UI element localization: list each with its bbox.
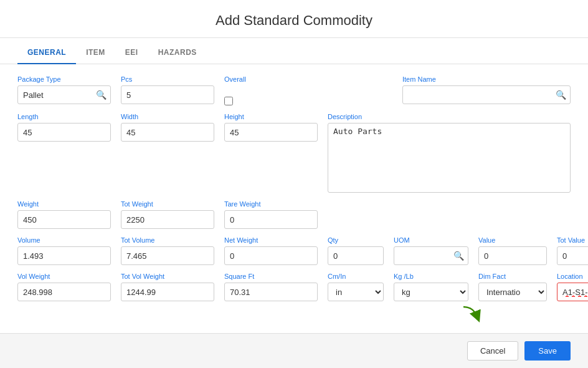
value-field: Value 0: [478, 236, 547, 265]
volume-label: Volume: [17, 236, 111, 244]
tot-vol-weight-field: Tot Vol Weight 1244.99: [121, 273, 214, 301]
square-ft-field: Square Ft 70.31: [224, 273, 318, 301]
width-field: Width 45: [121, 113, 214, 142]
vol-weight-input[interactable]: 248.998: [17, 283, 111, 301]
location-label: Location: [557, 273, 588, 280]
description-textarea[interactable]: Auto Parts: [328, 123, 571, 193]
net-weight-input[interactable]: 0: [224, 246, 318, 265]
tot-value-field: Tot Value 0: [557, 236, 588, 265]
pcs-label: Pcs: [121, 75, 214, 83]
tot-volume-field: Tot Volume 7.465: [121, 236, 214, 265]
value-label: Value: [478, 236, 547, 244]
square-ft-input[interactable]: 70.31: [224, 283, 318, 301]
height-label: Height: [224, 113, 318, 120]
cm-in-field: Cm/In in cm: [328, 273, 384, 301]
location-input[interactable]: A1-S1-: [557, 283, 588, 301]
uom-input-wrapper: 🔍: [394, 246, 468, 265]
location-input-wrapper: A1-S1- 🔍: [557, 283, 588, 301]
cm-in-label: Cm/In: [328, 273, 384, 280]
tab-general[interactable]: GENERAL: [17, 41, 76, 64]
arrow-hint: [17, 304, 571, 322]
modal-header: Add Standard Commodity: [0, 0, 588, 38]
tare-weight-field: Tare Weight 0: [224, 200, 318, 229]
value-input[interactable]: 0: [478, 246, 547, 265]
kg-lb-field: Kg /Lb kg lb: [394, 273, 468, 301]
qty-field: Qty 0: [328, 236, 384, 265]
kg-lb-select[interactable]: kg lb: [394, 283, 468, 301]
uom-search-icon[interactable]: 🔍: [453, 251, 464, 261]
tare-weight-input[interactable]: 0: [224, 210, 318, 229]
item-name-label: Item Name: [402, 75, 571, 83]
tot-vol-weight-input[interactable]: 1244.99: [121, 283, 214, 301]
item-name-field: Item Name 🔍: [402, 75, 571, 104]
location-field: Location A1-S1- 🔍: [557, 273, 588, 301]
weight-label: Weight: [17, 200, 111, 208]
length-input[interactable]: 45: [17, 123, 111, 142]
tot-weight-label: Tot Weight: [121, 200, 214, 208]
volume-field: Volume 1.493: [17, 236, 111, 265]
item-name-input-wrapper: 🔍: [402, 85, 571, 104]
tare-weight-label: Tare Weight: [224, 200, 318, 208]
overall-field: Overall: [224, 75, 392, 105]
square-ft-label: Square Ft: [224, 273, 318, 280]
item-name-search-icon[interactable]: 🔍: [556, 90, 566, 100]
package-type-label: Package Type: [17, 75, 111, 83]
tabs-bar: GENERAL ITEM EEI HAZARDS: [0, 41, 588, 64]
height-input[interactable]: 45: [224, 123, 318, 142]
save-button[interactable]: Save: [524, 341, 571, 361]
description-field: Description Auto Parts: [328, 113, 571, 193]
overall-checkbox[interactable]: [224, 97, 233, 105]
cm-in-select[interactable]: in cm: [328, 283, 384, 301]
tab-hazards[interactable]: HAZARDS: [148, 41, 207, 64]
tot-value-input[interactable]: 0: [557, 246, 588, 265]
pcs-input[interactable]: 5: [121, 85, 214, 104]
weight-input[interactable]: 450: [17, 210, 111, 229]
cancel-button[interactable]: Cancel: [467, 341, 518, 361]
tab-item[interactable]: ITEM: [76, 41, 115, 64]
uom-field: UOM 🔍: [394, 236, 468, 265]
dim-fact-select[interactable]: Internatio Domestic: [478, 283, 547, 301]
qty-input[interactable]: 0: [328, 246, 384, 265]
tot-weight-field: Tot Weight 2250: [121, 200, 214, 229]
width-label: Width: [121, 113, 214, 120]
width-input[interactable]: 45: [121, 123, 214, 142]
modal-footer: Cancel Save: [0, 333, 588, 368]
overall-label: Overall: [224, 75, 392, 83]
pcs-field: Pcs 5: [121, 75, 214, 104]
vol-weight-label: Vol Weight: [17, 273, 111, 280]
description-label: Description: [328, 113, 571, 120]
length-field: Length 45: [17, 113, 111, 142]
item-name-input[interactable]: [402, 85, 571, 104]
arrow-icon: [458, 304, 483, 322]
weight-field: Weight 450: [17, 200, 111, 229]
package-type-field: Package Type Pallet 🔍: [17, 75, 111, 104]
package-type-input-wrapper: Pallet 🔍: [17, 85, 111, 104]
tot-volume-label: Tot Volume: [121, 236, 214, 244]
kg-lb-label: Kg /Lb: [394, 273, 468, 280]
volume-input[interactable]: 1.493: [17, 246, 111, 265]
dim-fact-label: Dim Fact: [478, 273, 547, 280]
page-title: Add Standard Commodity: [0, 12, 588, 29]
vol-weight-field: Vol Weight 248.998: [17, 273, 111, 301]
qty-label: Qty: [328, 236, 384, 244]
length-label: Length: [17, 113, 111, 120]
net-weight-label: Net Weight: [224, 236, 318, 244]
overall-checkbox-row: [224, 97, 392, 105]
package-type-search-icon[interactable]: 🔍: [96, 90, 107, 100]
tot-vol-weight-label: Tot Vol Weight: [121, 273, 214, 280]
tab-eei[interactable]: EEI: [115, 41, 148, 64]
uom-label: UOM: [394, 236, 468, 244]
height-field: Height 45: [224, 113, 318, 142]
dim-fact-field: Dim Fact Internatio Domestic: [478, 273, 547, 301]
modal-body: Package Type Pallet 🔍 Pcs 5 Overall Item…: [0, 64, 588, 333]
net-weight-field: Net Weight 0: [224, 236, 318, 265]
tot-value-label: Tot Value: [557, 236, 588, 244]
tot-volume-input[interactable]: 7.465: [121, 246, 214, 265]
tot-weight-input[interactable]: 2250: [121, 210, 214, 229]
